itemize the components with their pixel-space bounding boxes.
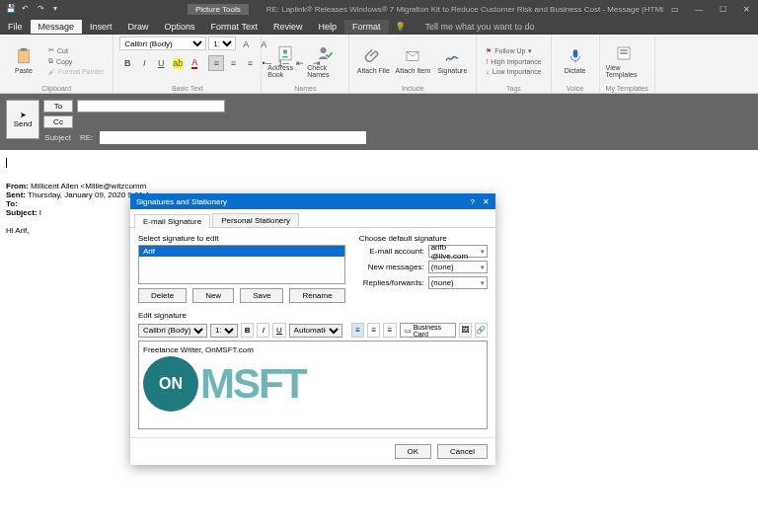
- sig-font-select[interactable]: Calibri (Body): [138, 324, 207, 338]
- select-signature-label: Select signature to edit: [138, 234, 345, 243]
- follow-up-button[interactable]: ⚑Follow Up ▾: [483, 46, 544, 56]
- from-value: Millicent Allen <Millie@witzcomm: [31, 182, 146, 190]
- attach-item-button[interactable]: Attach Item: [395, 39, 430, 83]
- tab-email-signature[interactable]: E-mail Signature: [134, 214, 210, 228]
- qat-dropdown-icon[interactable]: ▾: [53, 4, 63, 14]
- delete-button[interactable]: Delete: [138, 288, 187, 303]
- font-family-select[interactable]: Calibri (Body): [119, 37, 206, 50]
- templates-icon: [615, 44, 633, 62]
- logo-msft-text: MSFT: [200, 360, 305, 408]
- font-size-select[interactable]: 11: [208, 37, 236, 50]
- align-center-button[interactable]: ≡: [225, 55, 241, 71]
- sig-bold-button[interactable]: B: [241, 323, 254, 338]
- email-account-label: E-mail account:: [359, 247, 424, 256]
- send-icon: ➤: [20, 111, 27, 119]
- cut-button[interactable]: ✂Cut: [45, 45, 107, 55]
- sig-align-right-button[interactable]: ≡: [383, 323, 396, 338]
- subject-prefix: RE:: [77, 133, 96, 142]
- attach-file-button[interactable]: Attach File: [355, 39, 391, 83]
- attach-item-icon: [404, 47, 421, 65]
- picture-icon: 🖼: [461, 326, 469, 335]
- paperclip-icon: [364, 47, 382, 65]
- close-icon[interactable]: ✕: [734, 5, 758, 14]
- business-card-button[interactable]: ▭ Business Card: [400, 323, 456, 338]
- message-header: ➤ Send To Cc Subject RE:: [0, 94, 758, 150]
- to-button[interactable]: To: [43, 100, 73, 113]
- sent-label: Sent:: [6, 190, 26, 199]
- body-subject-label: Subject:: [6, 208, 38, 217]
- send-button[interactable]: ➤ Send: [6, 100, 39, 139]
- low-importance-button[interactable]: ↓Low Importance: [483, 67, 544, 76]
- view-templates-button[interactable]: View Templates: [606, 39, 642, 83]
- ribbon-options-icon[interactable]: ▭: [663, 5, 687, 14]
- sig-align-center-button[interactable]: ≡: [367, 323, 380, 338]
- tab-file[interactable]: File: [0, 20, 31, 34]
- grow-font-button[interactable]: A: [238, 37, 254, 52]
- sig-size-select[interactable]: 11: [210, 324, 238, 338]
- paste-label: Paste: [15, 67, 33, 74]
- rename-button[interactable]: Rename: [289, 288, 344, 303]
- sig-italic-button[interactable]: I: [257, 323, 269, 338]
- cancel-button[interactable]: Cancel: [437, 444, 488, 459]
- copy-button[interactable]: ⧉Copy: [45, 56, 107, 66]
- signature-label: Signature: [437, 67, 467, 74]
- edit-signature-label: Edit signature: [138, 311, 488, 320]
- save-icon[interactable]: 💾: [6, 4, 16, 14]
- font-color-button[interactable]: A: [187, 55, 202, 71]
- email-account-combo[interactable]: arifb @live.com: [428, 245, 488, 258]
- sig-underline-button[interactable]: U: [272, 323, 285, 338]
- check-names-button[interactable]: Check Names: [307, 39, 342, 83]
- bold-button[interactable]: B: [119, 55, 135, 71]
- insert-picture-button[interactable]: 🖼: [459, 323, 472, 338]
- tab-format-text[interactable]: Format Text: [203, 20, 265, 34]
- dialog-close-icon[interactable]: ✕: [483, 197, 490, 206]
- group-templates: View Templates My Templates: [600, 35, 655, 93]
- minimize-icon[interactable]: —: [687, 5, 711, 14]
- attach-item-label: Attach Item: [396, 67, 430, 74]
- new-messages-combo[interactable]: (none): [428, 261, 488, 273]
- save-button[interactable]: Save: [240, 288, 283, 303]
- cc-button[interactable]: Cc: [43, 115, 73, 128]
- redo-icon[interactable]: ↷: [38, 4, 47, 14]
- tab-review[interactable]: Review: [265, 20, 311, 34]
- replies-forwards-combo[interactable]: (none): [428, 276, 488, 289]
- tell-me-search[interactable]: Tell me what you want to do: [425, 22, 535, 32]
- tab-message[interactable]: Message: [31, 20, 83, 34]
- group-names: Address Book Check Names Names: [262, 35, 349, 93]
- ribbon-tabs: File Message Insert Draw Options Format …: [0, 18, 758, 35]
- address-book-button[interactable]: Address Book: [267, 39, 303, 83]
- align-right-button[interactable]: ≡: [242, 55, 258, 71]
- dictate-button[interactable]: Dictate: [558, 39, 593, 83]
- dialog-help-icon[interactable]: ?: [471, 197, 475, 206]
- undo-icon[interactable]: ↶: [22, 4, 32, 14]
- quick-access-toolbar: 💾 ↶ ↷ ▾: [0, 4, 69, 14]
- signature-editor[interactable]: Freelance Writer, OnMSFT.com ON MSFT: [138, 341, 488, 429]
- underline-button[interactable]: U: [153, 55, 169, 71]
- new-messages-label: New messages:: [359, 263, 424, 271]
- tab-help[interactable]: Help: [310, 20, 344, 34]
- signature-list-item[interactable]: Arif: [139, 246, 344, 257]
- highlight-button[interactable]: ab: [170, 55, 186, 71]
- new-button[interactable]: New: [192, 288, 234, 303]
- title-bar: 💾 ↶ ↷ ▾ Picture Tools RE: Laplink® Relea…: [0, 0, 758, 18]
- format-painter-button: 🖌Format Painter: [45, 67, 107, 76]
- to-field[interactable]: [77, 100, 225, 113]
- sig-align-left-button[interactable]: ≡: [351, 323, 364, 338]
- paste-button[interactable]: Paste: [6, 39, 41, 83]
- sig-color-select[interactable]: Automatic: [289, 324, 342, 338]
- tab-options[interactable]: Options: [157, 20, 203, 34]
- maximize-icon[interactable]: ☐: [711, 5, 734, 14]
- tab-personal-stationery[interactable]: Personal Stationery: [212, 213, 299, 227]
- ok-button[interactable]: OK: [395, 444, 432, 459]
- signature-list[interactable]: Arif: [138, 245, 345, 284]
- tab-format[interactable]: Format: [344, 20, 389, 34]
- subject-field[interactable]: [100, 131, 366, 144]
- insert-hyperlink-button[interactable]: 🔗: [475, 323, 488, 338]
- tab-draw[interactable]: Draw: [120, 20, 157, 34]
- svg-point-4: [321, 47, 327, 53]
- signature-button[interactable]: Signature: [434, 39, 470, 83]
- tab-insert[interactable]: Insert: [82, 20, 120, 34]
- italic-button[interactable]: I: [136, 55, 152, 71]
- high-importance-button[interactable]: !High Importance: [483, 57, 544, 66]
- align-left-button[interactable]: ≡: [208, 55, 224, 71]
